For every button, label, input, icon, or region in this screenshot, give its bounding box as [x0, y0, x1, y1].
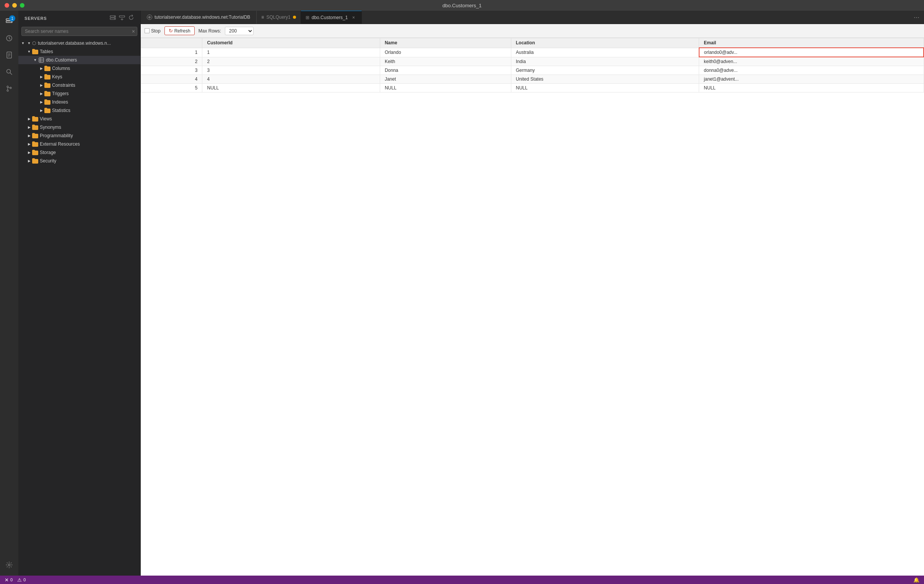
col-header-email: Email	[699, 38, 924, 48]
columns-label: Columns	[52, 66, 70, 71]
app-body: 1	[0, 11, 924, 576]
triggers-expand-arrow[interactable]	[38, 90, 45, 97]
new-connection-icon[interactable]	[110, 15, 116, 22]
row-4-num: 4	[141, 75, 202, 84]
warning-icon: ⚠	[17, 577, 22, 583]
tree-item-dbo-customers[interactable]: dbo.Customers	[18, 56, 140, 64]
more-tabs-button[interactable]: ···	[909, 13, 924, 21]
row-3-email: donna0@adve...	[699, 66, 924, 75]
server-expand-arrow2[interactable]	[26, 40, 32, 46]
storage-expand-arrow[interactable]	[26, 150, 32, 156]
row-5-location: NULL	[511, 84, 699, 92]
sidebar: SERVERS	[18, 11, 141, 576]
search-input[interactable]	[21, 27, 137, 36]
row-5-customerid: NULL	[202, 84, 380, 92]
tab-sqlquery[interactable]: ≡ SQLQuery1	[257, 11, 300, 24]
search-container: ×	[18, 25, 140, 39]
tab-customers[interactable]: ⊞ dbo.Customers_1 ×	[301, 11, 362, 24]
sqlquery-tab-label: SQLQuery1	[266, 15, 290, 20]
tab-server[interactable]: ⊕ tutorialserver.database.windows.net:Tu…	[141, 11, 257, 24]
row-4-customerid: 4	[202, 75, 380, 84]
col-header-location: Location	[511, 38, 699, 48]
table-icon	[38, 57, 45, 63]
views-label: Views	[40, 116, 52, 122]
add-server-icon[interactable]	[119, 15, 125, 22]
synonyms-expand-arrow[interactable]	[26, 124, 32, 130]
close-button[interactable]	[5, 3, 9, 8]
constraints-expand-arrow[interactable]	[38, 82, 45, 88]
storage-folder-icon	[32, 150, 38, 156]
activity-notebooks[interactable]	[2, 48, 17, 63]
tree-item-columns[interactable]: Columns	[18, 64, 140, 72]
row-5-name: NULL	[380, 84, 511, 92]
minimize-button[interactable]	[12, 3, 17, 8]
maximize-button[interactable]	[20, 3, 25, 8]
keys-expand-arrow[interactable]	[38, 74, 45, 80]
tree-item-constraints[interactable]: Constraints	[18, 81, 140, 89]
indexes-expand-arrow[interactable]	[38, 99, 45, 105]
row-5-num: 5	[141, 84, 202, 92]
tree-item-synonyms[interactable]: Synonyms	[18, 123, 140, 132]
window-title: dbo.Customers_1	[442, 3, 482, 8]
tree-item-views[interactable]: Views	[18, 115, 140, 123]
activity-settings[interactable]	[2, 557, 17, 572]
tree-item-storage[interactable]: Storage	[18, 148, 140, 157]
tree-item-indexes[interactable]: Indexes	[18, 98, 140, 106]
server-tab-label: tutorialserver.database.windows.net:Tuto…	[155, 15, 250, 20]
row-4-name: Janet	[380, 75, 511, 84]
data-table: CustomerId Name Location Email 1 1 Orlan…	[141, 38, 924, 92]
svg-point-18	[114, 18, 115, 19]
status-right: 🔔	[913, 577, 919, 583]
views-expand-arrow[interactable]	[26, 116, 32, 122]
col-header-customerid: CustomerId	[202, 38, 380, 48]
tree-item-statistics[interactable]: Statistics	[18, 106, 140, 115]
tables-expand-arrow[interactable]	[26, 49, 32, 55]
security-expand-arrow[interactable]	[26, 158, 32, 164]
server-expand-arrow[interactable]	[20, 40, 26, 46]
tree-item-external-resources[interactable]: External Resources	[18, 140, 140, 148]
synonyms-folder-icon	[32, 124, 38, 130]
activity-servers[interactable]: 1	[2, 14, 17, 29]
unsaved-indicator	[293, 16, 296, 19]
constraints-folder-icon	[45, 82, 51, 88]
external-resources-expand-arrow[interactable]	[26, 141, 32, 147]
row-1-email[interactable]: orlando0@adv...	[699, 48, 924, 57]
tab-bar: ⊕ tutorialserver.database.windows.net:Tu…	[141, 11, 924, 24]
refresh-servers-icon[interactable]	[128, 15, 134, 22]
statistics-label: Statistics	[52, 108, 70, 113]
triggers-label: Triggers	[52, 91, 69, 96]
tree-item-tables[interactable]: Tables	[18, 48, 140, 56]
close-customers-tab[interactable]: ×	[350, 14, 357, 21]
row-3-name: Donna	[380, 66, 511, 75]
statistics-expand-arrow[interactable]	[38, 107, 45, 114]
views-folder-icon	[32, 116, 38, 122]
globe-icon: ⊕	[147, 15, 152, 20]
tree-item-keys[interactable]: Keys	[18, 72, 140, 81]
activity-history[interactable]	[2, 31, 17, 46]
server-icon: ⬡	[32, 41, 36, 46]
max-rows-select[interactable]: 200 500 1000 5000	[225, 27, 254, 35]
tree-item-programmability[interactable]: Programmability	[18, 132, 140, 140]
tree-item-security[interactable]: Security	[18, 157, 140, 165]
titlebar: dbo.Customers_1	[0, 0, 924, 11]
stop-checkbox[interactable]	[145, 28, 150, 33]
keys-label: Keys	[52, 74, 62, 79]
external-resources-folder-icon	[32, 141, 38, 147]
refresh-label: Refresh	[174, 28, 190, 34]
data-table-container[interactable]: CustomerId Name Location Email 1 1 Orlan…	[141, 38, 924, 576]
row-4-location: United States	[511, 75, 699, 84]
svg-rect-19	[119, 16, 125, 17]
query-toolbar: Stop ↻ Refresh Max Rows: 200 500 1000 50…	[141, 24, 924, 38]
sidebar-title: SERVERS	[25, 16, 47, 21]
columns-expand-arrow[interactable]	[38, 65, 45, 71]
constraints-label: Constraints	[52, 82, 75, 88]
tree-item-triggers[interactable]: Triggers	[18, 89, 140, 98]
activity-search[interactable]	[2, 64, 17, 79]
programmability-expand-arrow[interactable]	[26, 133, 32, 139]
search-clear-icon[interactable]: ×	[132, 28, 135, 35]
dbo-customers-expand-arrow[interactable]	[32, 57, 38, 63]
stop-control: Stop	[145, 28, 161, 34]
refresh-button[interactable]: ↻ Refresh	[165, 26, 195, 35]
tree-server[interactable]: ⬡ tutorialserver.database.windows.n...	[18, 39, 140, 48]
activity-git[interactable]	[2, 81, 17, 96]
